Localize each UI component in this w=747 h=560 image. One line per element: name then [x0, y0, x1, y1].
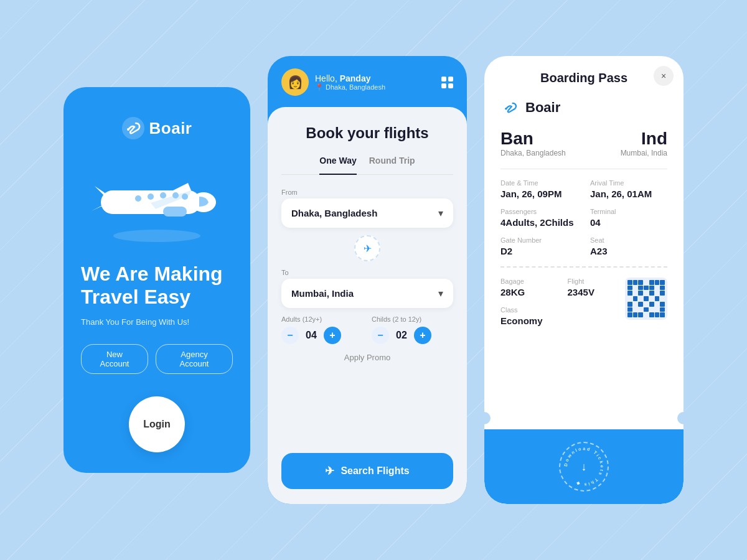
svg-point-8 [160, 192, 166, 198]
boarding-pass-title: Boarding Pass [500, 71, 667, 85]
location-pin-icon: 📍 [315, 83, 324, 91]
seat-item: Seat A23 [590, 236, 667, 256]
plane-illustration [88, 158, 225, 248]
baggage-item: Bagage 28KG [500, 278, 543, 297]
childs-counter: − 02 + [372, 327, 453, 344]
location-text: Dhaka, Bangladesh [326, 83, 385, 91]
class-label: Class [500, 306, 543, 314]
username: Panday [340, 73, 371, 83]
departure-full: Dhaka, Bangladesh [500, 149, 566, 157]
to-field-group: To Mumbai, India ▾ [281, 269, 453, 308]
childs-plus-button[interactable]: + [414, 327, 431, 344]
boarding-logo-text: Boair [525, 100, 560, 116]
search-flights-button[interactable]: ✈ Search Flights [281, 453, 453, 489]
login-wrap: Login [129, 396, 185, 452]
agency-account-button[interactable]: Agency Account [156, 344, 233, 374]
arrival-time-item: Arival Time Jan, 26, 01AM [590, 179, 667, 199]
chevron-down-icon-2: ▾ [438, 287, 443, 299]
passengers-row: Adults (12y+) − 04 + Childs (2 to 12y) −… [281, 315, 453, 344]
tab-one-way[interactable]: One Way [319, 156, 356, 168]
terminal-label: Terminal [590, 208, 667, 215]
route-row: Ban Dhaka, Bangladesh Ind Mumbai, India [500, 129, 667, 157]
search-flights-label: Search Flights [341, 465, 409, 477]
welcome-subtext: Thank You For Being With Us! [81, 317, 189, 327]
flight-value: 2345V [568, 287, 594, 297]
childs-minus-button[interactable]: − [372, 327, 389, 344]
download-circle[interactable]: Download Tickets This ◆ ↓ [559, 442, 609, 492]
last-info-row: Bagage 28KG Class Economy Flight 2345V [500, 278, 667, 326]
boarding-pass-screen: × Boarding Pass Boair Ban Dhaka, Banglad… [484, 56, 684, 504]
welcome-buttons: New Account Agency Account [81, 344, 233, 374]
download-icon-wrap: ↓ [581, 460, 587, 474]
welcome-heading: We Are Making Travel Easy [81, 263, 233, 309]
departure-code: Ban [500, 129, 566, 149]
book-title: Book your flights [281, 124, 453, 142]
avatar: 👩 [281, 68, 309, 96]
baggage-flight-class: Bagage 28KG Class Economy Flight 2345V [500, 278, 594, 326]
passengers-value: 4Adults, 2Childs [500, 217, 578, 228]
svg-point-1 [127, 128, 129, 131]
svg-rect-5 [163, 207, 187, 217]
from-select[interactable]: Dhaka, Bangladesh ▾ [281, 198, 453, 228]
welcome-screen: Boair We Are Making Tra [63, 87, 250, 473]
date-time-label: Date & Time [500, 179, 578, 187]
seat-label: Seat [590, 236, 667, 244]
user-info: 👩 Hello, Panday 📍 Dhaka, Bangladesh [281, 68, 385, 96]
gate-item: Gate Number D2 [500, 236, 578, 256]
plane-icon: ✈ [325, 464, 334, 478]
book-flights-screen: 👩 Hello, Panday 📍 Dhaka, Bangladesh Book… [268, 56, 467, 504]
download-icon: ↓ [581, 460, 587, 474]
to-value: Mumbai, India [291, 288, 354, 299]
flight-info-grid: Date & Time Jan, 26, 09PM Arival Time Ja… [500, 179, 667, 256]
svg-point-10 [182, 194, 188, 200]
svg-point-2 [113, 230, 200, 242]
boarding-logo-icon [500, 98, 520, 118]
user-text: Hello, Panday 📍 Dhaka, Bangladesh [315, 73, 385, 91]
gate-value: D2 [500, 246, 578, 256]
from-label: From [281, 189, 453, 196]
dashed-divider [500, 266, 667, 268]
tab-round-trip[interactable]: Round Trip [369, 156, 415, 168]
gate-label: Gate Number [500, 236, 578, 244]
class-item: Class Economy [500, 306, 543, 326]
departure-city: Ban Dhaka, Bangladesh [500, 129, 566, 157]
svg-point-6 [135, 195, 141, 202]
adults-plus-button[interactable]: + [324, 327, 341, 344]
adults-counter: − 04 + [281, 327, 363, 344]
logo-text: Boair [149, 119, 192, 138]
terminal-item: Terminal 04 [590, 208, 667, 228]
boarding-logo: Boair [500, 98, 667, 118]
divider-1 [500, 169, 667, 169]
terminal-value: 04 [590, 217, 667, 228]
greeting-text: Hello, Panday [315, 73, 385, 83]
user-location: 📍 Dhaka, Bangladesh [315, 83, 385, 91]
passengers-item: Passengers 4Adults, 2Childs [500, 208, 578, 228]
svg-point-11 [505, 108, 507, 110]
apply-promo-button[interactable]: Apply Promo [281, 353, 453, 362]
new-account-button[interactable]: New Account [81, 344, 148, 374]
svg-point-9 [172, 192, 179, 198]
baggage-value: 28KG [500, 287, 543, 297]
childs-group: Childs (2 to 12y) − 02 + [372, 315, 453, 344]
seat-value: A23 [590, 246, 667, 256]
arrival-city: Ind Mumbai, India [621, 129, 667, 157]
class-value: Economy [500, 315, 543, 326]
arrival-time-value: Jan, 26, 01AM [590, 189, 667, 199]
login-button[interactable]: Login [129, 396, 185, 452]
trip-type-tabs: One Way Round Trip [281, 156, 453, 175]
adults-minus-button[interactable]: − [281, 327, 299, 344]
adults-group: Adults (12y+) − 04 + [281, 315, 363, 344]
swap-button[interactable]: ✈ [354, 235, 380, 261]
to-select[interactable]: Mumbai, India ▾ [281, 279, 453, 308]
flight-label: Flight [568, 278, 594, 285]
arrival-time-label: Arival Time [590, 179, 667, 187]
date-time-value: Jan, 26, 09PM [500, 189, 578, 199]
chevron-down-icon: ▾ [438, 207, 443, 219]
date-time-item: Date & Time Jan, 26, 09PM [500, 179, 578, 199]
arrival-code: Ind [621, 129, 667, 149]
book-flights-body: Book your flights One Way Round Trip Fro… [268, 107, 467, 504]
menu-grid-icon[interactable] [441, 77, 453, 88]
qr-code [625, 278, 667, 320]
boair-logo-icon [122, 117, 144, 139]
close-button[interactable]: × [654, 66, 674, 86]
